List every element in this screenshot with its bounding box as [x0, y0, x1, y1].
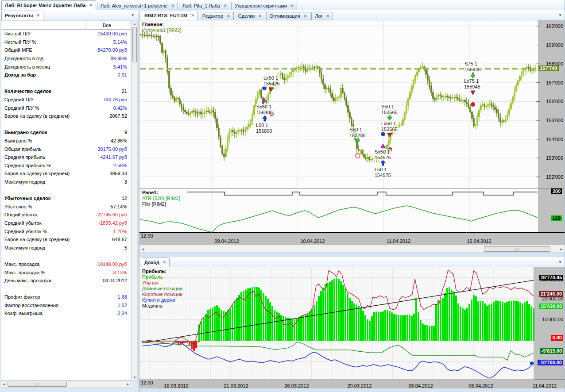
table-row: Максимум подряд5: [1, 243, 131, 252]
income-plot[interactable]: [139, 267, 534, 380]
table-row: Убыточных сделок12: [1, 194, 131, 203]
tab-label: Редактор: [202, 13, 223, 19]
stat-label: Доходность в месяц: [4, 64, 50, 69]
stat-label: Коэф. выигрыша: [4, 311, 43, 316]
stat-value: 5.14%: [113, 39, 127, 45]
table-spacer-row: [1, 79, 131, 88]
stat-label: Средний убыток: [4, 220, 41, 226]
scroll-down-arrow-icon[interactable]: ▼: [132, 375, 137, 380]
tab-rim2-rts-fut-1m[interactable]: RIM2:RTS_FUT:1M✕: [141, 11, 198, 20]
scroll-thumb[interactable]: |||: [8, 382, 67, 387]
close-icon[interactable]: ✕: [162, 260, 166, 265]
close-icon[interactable]: ✕: [223, 4, 227, 8]
workspace-tab-управление-скриптами[interactable]: Управление скриптами✕: [231, 2, 297, 10]
workspace-tab-лаб-ri-super-mario-3quarter-лаба[interactable]: Лаб: Ri Super Mario 3quarter Лаба✕: [1, 0, 96, 10]
stat-value: -1.20%: [112, 229, 127, 234]
table-row: День макс. просадки04.04.2012: [1, 277, 131, 285]
stat-value: 04.04.2012: [103, 278, 127, 283]
application-window: Лаб: Ri Super Mario 3quarter Лаба✕Лаб: A…: [0, 0, 565, 392]
close-icon[interactable]: ✕: [303, 14, 307, 18]
chart-horizontal-scrollbar[interactable]: ◄ ||| ►: [139, 246, 565, 253]
results-horizontal-scrollbar[interactable]: ◄ ||| ►: [1, 381, 131, 388]
table-row: Баров на сделку (в среднем)2067.52: [1, 112, 131, 120]
tab-label: Управление скриптами: [235, 3, 286, 8]
close-icon[interactable]: ✕: [325, 14, 330, 18]
scroll-up-arrow-icon[interactable]: ▲: [132, 21, 137, 27]
scroll-left-arrow-icon[interactable]: ◄: [140, 246, 146, 252]
workspace-tab-лаб-alex-reinvest-1-polojenie[interactable]: Лаб: Alex_reinvest+1 polojenie✕: [97, 2, 178, 10]
table-row: Баров на сделку (в среднем)648.67: [1, 235, 131, 244]
stat-value: 42.86%: [111, 138, 127, 143]
stat-value: 734.76 руб: [103, 97, 127, 102]
results-vertical-scrollbar[interactable]: ▲ ▼: [132, 21, 138, 380]
scroll-thumb[interactable]: |||: [484, 246, 550, 252]
tab-лог[interactable]: Лог✕: [311, 12, 333, 20]
stat-value: 0.91: [118, 72, 127, 77]
income-value-axis: [534, 267, 565, 380]
close-icon[interactable]: ✕: [35, 13, 40, 18]
table-spacer-row: [1, 284, 131, 293]
stat-value: 15430.00 руб: [97, 31, 127, 36]
dropdown-arrow-icon[interactable]: ▼: [131, 13, 135, 17]
stat-value: 38175.00 руб: [97, 146, 127, 152]
stat-value: 1.68: [118, 294, 127, 300]
stat-value: 89.95%: [111, 56, 127, 61]
stat-value: 9: [124, 130, 127, 135]
dropdown-arrow-icon[interactable]: ▼: [558, 260, 562, 264]
stat-label: Средняя прибыль: [4, 154, 45, 160]
stat-value: 2.24: [118, 311, 127, 316]
tab-доход[interactable]: Доход✕: [141, 257, 170, 267]
close-icon[interactable]: ✕: [190, 13, 194, 18]
workspace-tabbar: Лаб: Ri Super Mario 3quarter Лаба✕Лаб: A…: [0, 0, 565, 10]
tab-label: Лог: [315, 13, 322, 19]
table-row: Убыточно %57.14%: [1, 202, 131, 211]
close-icon[interactable]: ✕: [257, 14, 262, 18]
workspace-tab-лаб-pila-1-лаба[interactable]: Лаб: Pila_1 Лаба✕: [179, 2, 230, 10]
table-row: Выиграно сделок9: [1, 128, 131, 137]
table-row: Макс. просадка %-3.13%: [1, 268, 131, 277]
close-icon[interactable]: ✕: [290, 4, 294, 8]
scroll-right-arrow-icon[interactable]: ►: [558, 246, 565, 252]
scroll-right-arrow-icon[interactable]: ►: [125, 381, 131, 387]
tab-label: Доход: [144, 260, 159, 265]
main-chart-plot[interactable]: [139, 20, 538, 188]
stat-label: Общий убыток: [4, 212, 38, 217]
stat-value: 21: [122, 88, 127, 94]
stat-value: 57.14%: [111, 204, 127, 209]
stat-label: Доходность в год: [4, 56, 43, 61]
stat-label: Максимум подряд: [4, 245, 45, 250]
results-panel: Результаты✕▼ Все Чистый П/У15430.00 рубЧ…: [0, 10, 139, 392]
table-rows: Чистый П/У15430.00 рубЧистый П/У %5.14%О…: [1, 30, 131, 318]
scroll-left-arrow-icon[interactable]: ◄: [1, 381, 7, 387]
table-row: Чистый П/У %5.14%: [1, 38, 131, 46]
income-time-axis: [139, 380, 565, 388]
table-row: Общий убыток-22745.00 руб: [1, 211, 131, 219]
dropdown-arrow-icon[interactable]: ▼: [558, 13, 562, 17]
stat-value: -10140.00 руб: [96, 261, 127, 267]
stat-label: Доход за бар: [4, 72, 36, 77]
tab-label: RIM2:RTS_FUT:1M: [144, 13, 187, 18]
tab-label: Лаб: Pila_1 Лаба: [182, 3, 220, 8]
column-header-all: Все: [85, 21, 128, 30]
tab-label: Результаты: [5, 13, 33, 18]
tab-результаты[interactable]: Результаты✕: [1, 11, 43, 20]
close-icon[interactable]: ✕: [170, 4, 174, 8]
table-spacer-row: [1, 186, 131, 194]
stat-value: 2067.52: [109, 113, 127, 119]
stat-label: Макс. просадка %: [4, 270, 45, 275]
table-row: Общая прибыль38175.00 руб: [1, 145, 131, 153]
close-icon[interactable]: ✕: [226, 14, 230, 18]
tab-сделки[interactable]: Сделки✕: [235, 12, 265, 20]
table-spacer-row: [1, 120, 131, 129]
stat-label: Фактор восстановления: [4, 303, 58, 308]
close-icon[interactable]: ✕: [88, 3, 93, 8]
table-row: Доходность в месяц5.41%: [1, 62, 131, 71]
stat-label: Выиграно %: [4, 138, 32, 143]
table-row: Средняя прибыль4241.67 руб: [1, 153, 131, 161]
tab-редактор[interactable]: Редактор✕: [199, 12, 234, 20]
tab-оптимизация[interactable]: Оптимизация✕: [266, 12, 311, 20]
scroll-thumb[interactable]: [132, 27, 137, 62]
stat-value: 3: [124, 179, 127, 184]
stat-label: Профит фактор: [4, 294, 40, 300]
pane1-plot[interactable]: [139, 188, 538, 232]
